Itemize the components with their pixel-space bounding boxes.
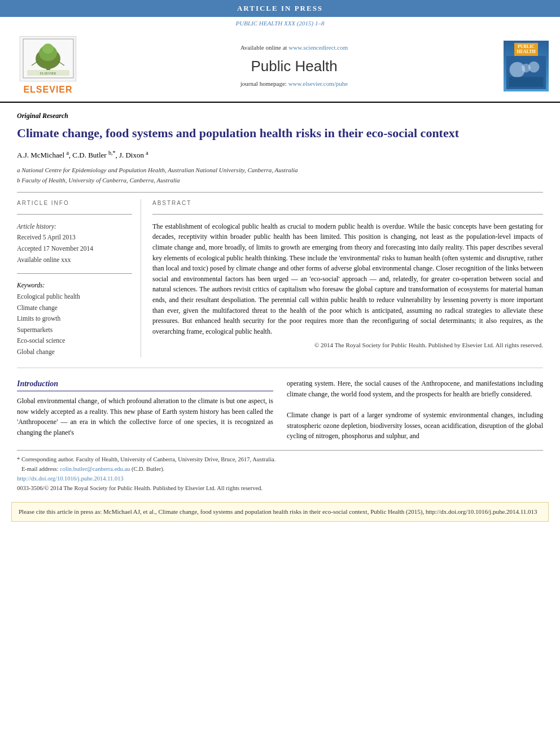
affiliation-a: a National Centre for Epidemiology and P… [17,165,543,175]
article-info-label: ARTICLE INFO [17,199,132,207]
article-history: Article history: Received 5 April 2013 A… [17,221,132,265]
keyword-5: Eco-social science [17,335,132,347]
abstract-label: ABSTRACT [152,199,543,207]
footnote-section: * Corresponding author. Faculty of Healt… [17,450,543,483]
journal-title-area: Available online at www.sciencedirect.co… [90,43,498,88]
ph-badge: PUBLIC HEALTH [514,43,538,56]
svg-text:ELSEVIER: ELSEVIER [40,72,55,75]
info-abstract-columns: ARTICLE INFO Article history: Received 5… [17,199,543,358]
elsevier-tree-logo: ELSEVIER [20,36,76,81]
journal-ref-line: PUBLIC HEALTH XXX (2015) 1–8 [0,17,560,30]
journal-homepage: journal homepage: www.elsevier.com/puhe [90,80,498,88]
sciencedirect-link[interactable]: www.sciencedirect.com [288,44,348,51]
journal-logo-right: PUBLIC HEALTH [504,41,549,91]
intro-right-text: operating system. Here, the social cause… [287,378,543,442]
svg-point-5 [42,43,54,54]
corresponding-author-note: * Corresponding author. Faculty of Healt… [17,455,543,465]
journal-header: ELSEVIER ELSEVIER Available online at ww… [0,30,560,103]
keyword-2: Climate change [17,303,132,314]
issn-line: 0033-3506/© 2014 The Royal Society for P… [0,483,560,496]
email-link[interactable]: colin.butler@canberra.edu.au [60,466,130,472]
keywords-divider [17,273,132,274]
body-left-column: Introduction Global environmental change… [17,378,273,442]
keyword-4: Supermarkets [17,325,132,336]
article-type: Original Research [17,111,543,121]
email-note: E-mail address: colin.butler@canberra.ed… [17,465,543,474]
keyword-3: Limits to growth [17,313,132,325]
info-divider [17,214,132,215]
journal-title: Public Health [90,56,498,76]
available-online-text: Available online at www.sciencedirect.co… [90,43,498,52]
accepted-date: Accepted 17 November 2014 [17,243,132,255]
abstract-text: The establishment of ecological public h… [152,221,543,337]
introduction-heading: Introduction [17,378,273,391]
svg-point-14 [522,64,531,73]
keywords-section: Keywords: Ecological public health Clima… [17,281,132,357]
body-columns: Introduction Global environmental change… [17,378,543,442]
paper-title: Climate change, food systems and populat… [17,125,543,142]
doi-link[interactable]: http://dx.doi.org/10.1016/j.puhe.2014.11… [17,475,124,482]
doi-link-line: http://dx.doi.org/10.1016/j.puhe.2014.11… [17,474,543,484]
history-label: Article history: [17,221,132,233]
available-online: Available online xxx [17,255,132,266]
journal-homepage-link[interactable]: www.elsevier.com/puhe [288,80,348,87]
authors-line: A.J. McMichael a, C.D. Butler b,*, J. Di… [17,149,543,161]
section-divider [17,192,543,193]
affiliation-b: b Faculty of Health, University of Canbe… [17,176,543,185]
body-right-column: operating system. Here, the social cause… [287,378,543,442]
main-content: Original Research Climate change, food s… [0,103,560,450]
svg-rect-13 [509,77,544,87]
intro-left-text: Global environmental change, of which pr… [17,396,273,438]
keyword-6: Global change [17,347,132,358]
elsevier-wordmark: ELSEVIER [23,84,72,96]
elsevier-logo: ELSEVIER ELSEVIER [11,36,85,96]
article-info-column: ARTICLE INFO Article history: Received 5… [17,199,141,358]
keyword-1: Ecological public health [17,291,132,303]
article-in-press-banner: ARTICLE IN PRESS [0,0,560,17]
body-divider [17,368,543,368]
received-date: Received 5 April 2013 [17,232,132,243]
copyright-line: © 2014 The Royal Society for Public Heal… [152,341,543,350]
citation-box: Please cite this article in press as: Mc… [11,502,549,522]
abstract-divider [152,214,543,215]
abstract-column: ABSTRACT The establishment of ecological… [152,199,543,358]
keywords-label: Keywords: [17,281,132,290]
